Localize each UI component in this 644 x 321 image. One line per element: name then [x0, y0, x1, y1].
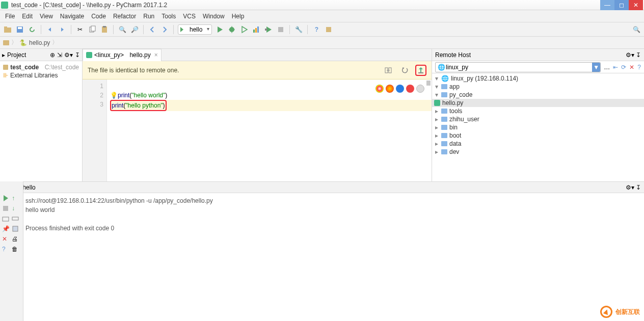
- svg-rect-12: [265, 29, 267, 31]
- edge-icon[interactable]: [416, 85, 424, 93]
- svg-rect-11: [257, 26, 259, 33]
- chrome-icon[interactable]: [375, 85, 384, 93]
- rerun-icon[interactable]: [2, 195, 10, 202]
- run-tool-window: un 🐍 hello ⚙▾ ↧ ssh://root@192.168.0.114…: [0, 181, 644, 321]
- menu-file[interactable]: File: [2, 12, 18, 21]
- menu-refactor[interactable]: Refactor: [110, 12, 139, 21]
- menu-window[interactable]: Window: [200, 12, 228, 21]
- back-icon[interactable]: [148, 25, 157, 34]
- code-area[interactable]: 💡print("hello world") print("hello pytho…: [107, 79, 432, 181]
- tip-icon[interactable]: [324, 25, 333, 34]
- remote-dir-tools[interactable]: ▸tools: [432, 107, 644, 115]
- remote-dir-data[interactable]: ▸data: [432, 140, 644, 148]
- svg-rect-13: [278, 27, 283, 32]
- settings-icon[interactable]: 🔧: [294, 25, 303, 34]
- remote-server-dropdown[interactable]: 🌐 linux_py ▼: [435, 62, 601, 72]
- stop-run-icon[interactable]: [2, 205, 10, 212]
- scroll-up-icon[interactable]: ↑: [12, 195, 19, 202]
- stop-icon[interactable]: [276, 25, 285, 34]
- intention-bulb-icon[interactable]: 💡: [110, 92, 118, 99]
- compare-icon[interactable]: [383, 65, 394, 76]
- remote-dir-dev[interactable]: ▸dev: [432, 148, 644, 156]
- replace-icon[interactable]: 🔎: [130, 25, 139, 34]
- run-config-selector[interactable]: hello: [178, 24, 212, 35]
- upload-icon[interactable]: [415, 65, 426, 76]
- attach-icon[interactable]: [264, 25, 273, 34]
- python-file-icon: [86, 52, 92, 58]
- soft-wrap-icon[interactable]: [12, 215, 19, 222]
- menu-vcs[interactable]: VCS: [180, 12, 199, 21]
- remote-dir-app[interactable]: ▾app: [432, 83, 644, 91]
- run-settings-icon[interactable]: ⚙▾: [626, 184, 634, 191]
- hide-icon[interactable]: ↧: [75, 51, 80, 59]
- forward-icon[interactable]: [160, 25, 169, 34]
- close-run-icon[interactable]: ✕: [2, 235, 10, 243]
- paste-icon[interactable]: [100, 25, 109, 34]
- save-icon[interactable]: [15, 25, 24, 34]
- find-icon[interactable]: 🔍: [118, 25, 127, 34]
- scroll-down-icon[interactable]: ↓: [12, 205, 19, 212]
- remote-help-icon[interactable]: ?: [637, 64, 641, 71]
- profile-icon[interactable]: [252, 25, 261, 34]
- remote-hide-icon[interactable]: ↧: [636, 51, 641, 59]
- scroll-from-source-icon[interactable]: ⇲: [57, 51, 62, 59]
- menu-run[interactable]: Run: [140, 12, 157, 21]
- print-icon[interactable]: 🖨: [12, 235, 19, 243]
- run-hide-icon[interactable]: ↧: [636, 184, 641, 191]
- copy-icon[interactable]: [88, 25, 97, 34]
- folder-icon: [3, 65, 8, 70]
- close-tab-icon[interactable]: ×: [154, 51, 158, 59]
- clear-all-icon[interactable]: 🗑: [12, 246, 19, 253]
- project-settings-icon[interactable]: ⚙▾: [64, 51, 73, 59]
- cut-icon[interactable]: ✂: [75, 25, 85, 34]
- menu-edit[interactable]: Edit: [19, 12, 36, 21]
- menu-help[interactable]: Help: [229, 12, 248, 21]
- remote-dir-pycode[interactable]: ▾py_code: [432, 91, 644, 99]
- menu-tools[interactable]: Tools: [158, 12, 179, 21]
- restore-layout-icon[interactable]: [2, 215, 10, 222]
- minimize-button[interactable]: —: [600, 0, 614, 10]
- external-libraries[interactable]: ⊪ External Libraries: [3, 71, 79, 79]
- python-file-icon: [434, 100, 440, 106]
- undo-icon[interactable]: [45, 25, 55, 34]
- remote-disconnect-icon[interactable]: ✕: [629, 64, 634, 71]
- safari-icon[interactable]: [396, 85, 404, 93]
- svg-rect-3: [18, 27, 22, 29]
- remote-refresh-icon[interactable]: ⟳: [621, 64, 626, 71]
- run-console[interactable]: ssh://root@192.168.0.114:22/usr/bin/pyth…: [25, 196, 641, 233]
- breadcrumb-file[interactable]: hello.py: [29, 39, 50, 46]
- maximize-button[interactable]: ◻: [614, 0, 629, 10]
- help-icon[interactable]: ?: [312, 25, 321, 34]
- remote-settings-icon[interactable]: ⚙▾: [626, 51, 634, 59]
- opera-icon[interactable]: [406, 85, 414, 93]
- remote-file-hello[interactable]: hello.py: [432, 99, 644, 107]
- remote-root[interactable]: ▾🌐linux_py (192.168.0.114): [432, 74, 644, 83]
- scroll-to-end-icon[interactable]: [12, 225, 19, 232]
- close-button[interactable]: ✕: [629, 0, 643, 10]
- coverage-icon[interactable]: [239, 25, 249, 34]
- project-root[interactable]: test_code C:\test_code: [3, 63, 79, 71]
- remote-dir-zhihu[interactable]: ▸zhihu_user: [432, 115, 644, 123]
- menu-view[interactable]: View: [37, 12, 56, 21]
- redo-icon[interactable]: [58, 25, 67, 34]
- menu-code[interactable]: Code: [88, 12, 109, 21]
- run-icon[interactable]: [215, 25, 224, 34]
- project-dropdown-icon[interactable]: ▸: [2, 51, 5, 59]
- refresh-icon[interactable]: [28, 25, 37, 34]
- pin-icon[interactable]: 📌: [2, 225, 10, 232]
- run-help-icon[interactable]: ?: [2, 246, 10, 253]
- project-scope-icon[interactable]: ⊕: [50, 51, 55, 59]
- menu-navigate[interactable]: Navigate: [57, 12, 87, 21]
- firefox-icon[interactable]: [386, 85, 394, 93]
- debug-icon[interactable]: [227, 25, 236, 34]
- app-icon: [1, 2, 8, 9]
- open-icon[interactable]: [3, 25, 12, 34]
- collapse-all-icon[interactable]: ⇤: [613, 64, 618, 71]
- run-tab-label[interactable]: hello: [22, 184, 35, 191]
- search-everywhere-icon[interactable]: 🔍: [632, 25, 641, 34]
- remote-dir-bin[interactable]: ▸bin: [432, 123, 644, 131]
- editor-tab-hello[interactable]: <linux_py> hello.py ×: [83, 49, 162, 61]
- remote-more-icon[interactable]: …: [604, 64, 610, 71]
- revert-icon[interactable]: [399, 65, 410, 76]
- remote-dir-boot[interactable]: ▸boot: [432, 131, 644, 140]
